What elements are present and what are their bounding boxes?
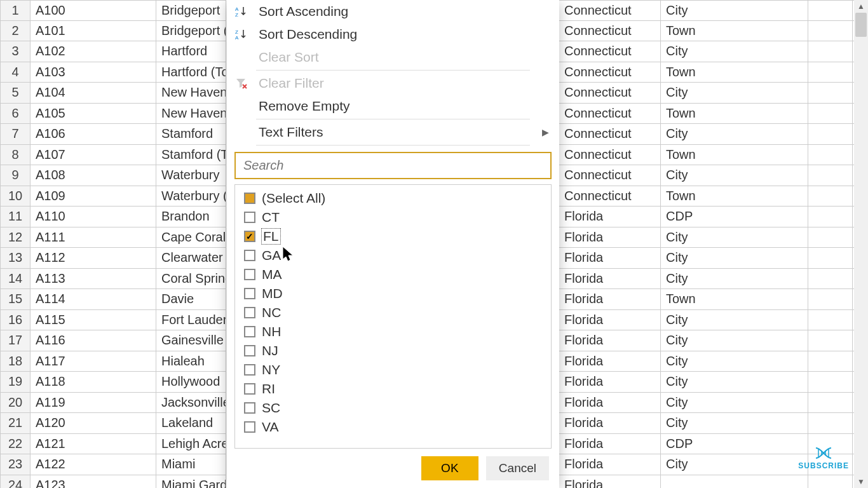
cell-type[interactable]: City [661,165,808,186]
cell-city[interactable]: Hialeah [156,351,226,372]
cell-type[interactable]: City [661,124,808,145]
checkbox-icon[interactable] [244,231,255,242]
scroll-thumb[interactable] [855,13,867,37]
filter-option[interactable]: VA [235,417,551,437]
checkbox-icon[interactable] [244,364,255,376]
cell-state[interactable]: Florida [559,310,661,331]
filter-option[interactable]: MD [235,284,551,303]
cell-city[interactable]: Clearwater [156,248,226,269]
cell-id[interactable]: A116 [31,330,156,351]
filter-option[interactable]: NH [235,322,551,341]
cell-city[interactable]: Stamford [156,124,226,145]
cell-type[interactable]: City [661,310,808,331]
checkbox-icon[interactable] [244,383,255,395]
subscribe-badge[interactable]: SUBSCRIBE [798,446,849,470]
cell-id[interactable]: A118 [31,372,156,393]
cell-id[interactable]: A113 [31,269,156,290]
search-input[interactable] [234,152,552,179]
cell-state[interactable]: Connecticut [559,62,661,83]
cell-id[interactable]: A102 [31,41,156,62]
filter-values-list[interactable]: (Select All) CTFLGAMAMDNCNHNJNYRISCVA [234,184,552,449]
row-number[interactable]: 2 [0,21,31,42]
filter-option[interactable]: MA [235,265,551,284]
row-number[interactable]: 12 [0,227,31,248]
cell-city[interactable]: Bridgeport (To [156,21,226,42]
row-number[interactable]: 5 [0,83,31,104]
cell-city[interactable]: Gainesville [156,330,226,351]
row-number[interactable]: 1 [0,0,31,21]
cell-city[interactable]: Lakeland [156,413,226,434]
cell-city[interactable]: Hartford (Tow [156,62,226,83]
cell-id[interactable]: A100 [31,0,156,21]
checkbox-icon[interactable] [244,269,255,280]
cell-city[interactable]: Hartford [156,41,226,62]
cell-type[interactable]: City [661,248,808,269]
checkbox-icon[interactable] [244,307,255,318]
checkbox-indeterminate-icon[interactable] [244,193,255,204]
cell-state[interactable]: Florida [559,289,661,310]
select-all-item[interactable]: (Select All) [235,189,551,208]
cell-city[interactable]: New Haven (T [156,104,226,125]
cell-state[interactable]: Florida [559,454,661,475]
cell-city[interactable]: Brandon [156,207,226,227]
cell-type[interactable]: City [661,0,808,21]
cell-type[interactable]: City [661,413,808,434]
checkbox-icon[interactable] [244,421,255,433]
scroll-down-arrow[interactable]: ▼ [854,475,868,488]
row-number[interactable]: 13 [0,248,31,269]
cell-id[interactable]: A122 [31,454,156,475]
cell-type[interactable] [661,475,808,489]
cell-id[interactable]: A108 [31,165,156,186]
cell-city[interactable]: Waterbury (To [156,186,226,207]
cell-id[interactable]: A119 [31,393,156,414]
row-number[interactable]: 24 [0,475,31,489]
row-number[interactable]: 19 [0,372,31,393]
checkbox-icon[interactable] [244,345,255,356]
cell-state[interactable]: Florida [559,227,661,248]
cell-id[interactable]: A117 [31,351,156,372]
sort-descending-item[interactable]: Z A Sort Descending [227,23,559,46]
cell-city[interactable]: Hollywood [156,372,226,393]
filter-option[interactable]: NY [235,360,551,379]
cell-type[interactable]: City [661,372,808,393]
cell-state[interactable]: Florida [559,207,661,227]
cell-state[interactable]: Connecticut [559,0,661,21]
cell-id[interactable]: A106 [31,124,156,145]
scroll-up-arrow[interactable]: ▲ [854,0,868,13]
cell-state[interactable]: Florida [559,372,661,393]
row-number[interactable]: 6 [0,104,31,125]
checkbox-icon[interactable] [244,402,255,414]
cell-state[interactable]: Florida [559,475,661,489]
cell-id[interactable]: A110 [31,207,156,227]
cell-id[interactable]: A114 [31,289,156,310]
cell-state[interactable]: Florida [559,248,661,269]
cell-id[interactable]: A115 [31,310,156,331]
cell-type[interactable]: CDP [661,207,808,227]
cell-state[interactable]: Connecticut [559,186,661,207]
text-filters-item[interactable]: Text Filters ▶ [227,121,559,144]
vertical-scrollbar[interactable]: ▲ ▼ [854,0,868,488]
cell-city[interactable]: New Haven [156,83,226,104]
cell-id[interactable]: A111 [31,227,156,248]
cell-state[interactable]: Florida [559,330,661,351]
filter-option[interactable]: NJ [235,341,551,360]
cell-city[interactable]: Stamford (Tow [156,145,226,166]
cell-id[interactable]: A112 [31,248,156,269]
cell-state[interactable]: Connecticut [559,21,661,42]
row-number[interactable]: 11 [0,207,31,227]
cell-id[interactable]: A120 [31,413,156,434]
row-number[interactable]: 8 [0,145,31,166]
checkbox-icon[interactable] [244,250,255,261]
cell-state[interactable]: Connecticut [559,83,661,104]
cell-city[interactable]: Davie [156,289,226,310]
cell-city[interactable]: Cape Coral [156,227,226,248]
cell-type[interactable]: City [661,227,808,248]
filter-option[interactable]: GA [235,246,551,265]
row-number[interactable]: 9 [0,165,31,186]
row-number[interactable]: 22 [0,434,31,455]
filter-option[interactable]: NC [235,303,551,322]
cell-state[interactable]: Florida [559,413,661,434]
cell-city[interactable]: Fort Lauderda [156,310,226,331]
filter-option[interactable]: RI [235,379,551,398]
cell-type[interactable]: City [661,330,808,351]
